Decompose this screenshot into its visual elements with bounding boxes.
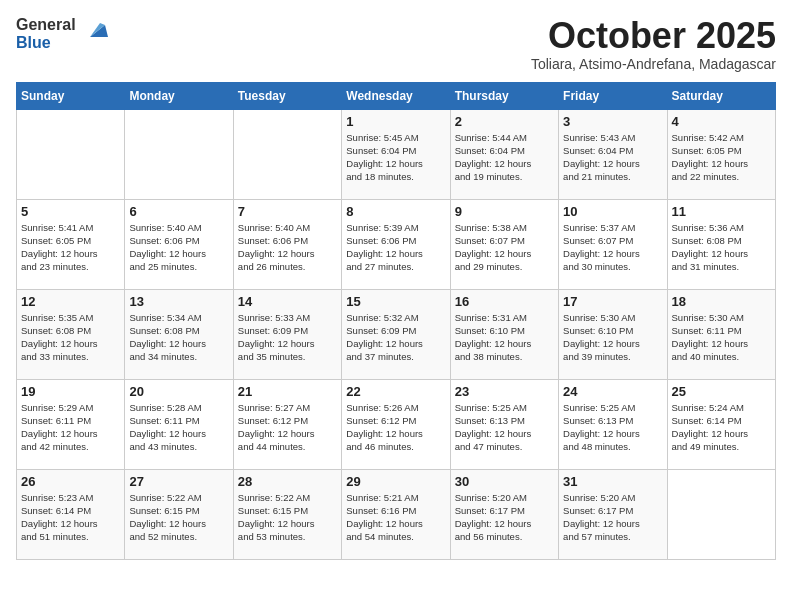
logo-blue: Blue	[16, 34, 76, 52]
day-info: Sunrise: 5:30 AM Sunset: 6:11 PM Dayligh…	[672, 311, 771, 364]
day-number: 18	[672, 294, 771, 309]
calendar-cell: 21Sunrise: 5:27 AM Sunset: 6:12 PM Dayli…	[233, 379, 341, 469]
day-number: 19	[21, 384, 120, 399]
calendar-week-2: 5Sunrise: 5:41 AM Sunset: 6:05 PM Daylig…	[17, 199, 776, 289]
day-number: 3	[563, 114, 662, 129]
day-number: 17	[563, 294, 662, 309]
day-info: Sunrise: 5:25 AM Sunset: 6:13 PM Dayligh…	[563, 401, 662, 454]
day-info: Sunrise: 5:32 AM Sunset: 6:09 PM Dayligh…	[346, 311, 445, 364]
day-number: 4	[672, 114, 771, 129]
day-number: 9	[455, 204, 554, 219]
day-number: 6	[129, 204, 228, 219]
logo-icon	[80, 17, 110, 47]
weekday-header-thursday: Thursday	[450, 82, 558, 109]
day-info: Sunrise: 5:45 AM Sunset: 6:04 PM Dayligh…	[346, 131, 445, 184]
calendar-cell: 25Sunrise: 5:24 AM Sunset: 6:14 PM Dayli…	[667, 379, 775, 469]
calendar-cell: 26Sunrise: 5:23 AM Sunset: 6:14 PM Dayli…	[17, 469, 125, 559]
calendar-cell: 29Sunrise: 5:21 AM Sunset: 6:16 PM Dayli…	[342, 469, 450, 559]
day-number: 15	[346, 294, 445, 309]
day-info: Sunrise: 5:26 AM Sunset: 6:12 PM Dayligh…	[346, 401, 445, 454]
calendar-cell: 10Sunrise: 5:37 AM Sunset: 6:07 PM Dayli…	[559, 199, 667, 289]
day-info: Sunrise: 5:40 AM Sunset: 6:06 PM Dayligh…	[129, 221, 228, 274]
day-number: 24	[563, 384, 662, 399]
day-info: Sunrise: 5:35 AM Sunset: 6:08 PM Dayligh…	[21, 311, 120, 364]
day-info: Sunrise: 5:41 AM Sunset: 6:05 PM Dayligh…	[21, 221, 120, 274]
day-info: Sunrise: 5:30 AM Sunset: 6:10 PM Dayligh…	[563, 311, 662, 364]
day-info: Sunrise: 5:28 AM Sunset: 6:11 PM Dayligh…	[129, 401, 228, 454]
day-info: Sunrise: 5:22 AM Sunset: 6:15 PM Dayligh…	[238, 491, 337, 544]
calendar-cell: 3Sunrise: 5:43 AM Sunset: 6:04 PM Daylig…	[559, 109, 667, 199]
day-info: Sunrise: 5:23 AM Sunset: 6:14 PM Dayligh…	[21, 491, 120, 544]
day-number: 1	[346, 114, 445, 129]
day-info: Sunrise: 5:44 AM Sunset: 6:04 PM Dayligh…	[455, 131, 554, 184]
location-subtitle: Toliara, Atsimo-Andrefana, Madagascar	[531, 56, 776, 72]
day-info: Sunrise: 5:42 AM Sunset: 6:05 PM Dayligh…	[672, 131, 771, 184]
calendar-cell: 28Sunrise: 5:22 AM Sunset: 6:15 PM Dayli…	[233, 469, 341, 559]
day-number: 31	[563, 474, 662, 489]
calendar-cell: 4Sunrise: 5:42 AM Sunset: 6:05 PM Daylig…	[667, 109, 775, 199]
calendar-week-1: 1Sunrise: 5:45 AM Sunset: 6:04 PM Daylig…	[17, 109, 776, 199]
calendar-cell: 16Sunrise: 5:31 AM Sunset: 6:10 PM Dayli…	[450, 289, 558, 379]
day-info: Sunrise: 5:25 AM Sunset: 6:13 PM Dayligh…	[455, 401, 554, 454]
day-number: 8	[346, 204, 445, 219]
day-number: 16	[455, 294, 554, 309]
calendar-cell: 7Sunrise: 5:40 AM Sunset: 6:06 PM Daylig…	[233, 199, 341, 289]
calendar-cell: 12Sunrise: 5:35 AM Sunset: 6:08 PM Dayli…	[17, 289, 125, 379]
day-info: Sunrise: 5:43 AM Sunset: 6:04 PM Dayligh…	[563, 131, 662, 184]
calendar-cell: 9Sunrise: 5:38 AM Sunset: 6:07 PM Daylig…	[450, 199, 558, 289]
calendar-cell	[17, 109, 125, 199]
calendar-cell: 31Sunrise: 5:20 AM Sunset: 6:17 PM Dayli…	[559, 469, 667, 559]
calendar-cell: 18Sunrise: 5:30 AM Sunset: 6:11 PM Dayli…	[667, 289, 775, 379]
logo-general: General	[16, 16, 76, 34]
calendar-cell: 2Sunrise: 5:44 AM Sunset: 6:04 PM Daylig…	[450, 109, 558, 199]
day-info: Sunrise: 5:29 AM Sunset: 6:11 PM Dayligh…	[21, 401, 120, 454]
day-info: Sunrise: 5:31 AM Sunset: 6:10 PM Dayligh…	[455, 311, 554, 364]
weekday-header-saturday: Saturday	[667, 82, 775, 109]
calendar-cell: 23Sunrise: 5:25 AM Sunset: 6:13 PM Dayli…	[450, 379, 558, 469]
day-number: 26	[21, 474, 120, 489]
day-number: 12	[21, 294, 120, 309]
weekday-header-row: SundayMondayTuesdayWednesdayThursdayFrid…	[17, 82, 776, 109]
weekday-header-monday: Monday	[125, 82, 233, 109]
day-info: Sunrise: 5:38 AM Sunset: 6:07 PM Dayligh…	[455, 221, 554, 274]
day-number: 30	[455, 474, 554, 489]
day-number: 5	[21, 204, 120, 219]
day-info: Sunrise: 5:37 AM Sunset: 6:07 PM Dayligh…	[563, 221, 662, 274]
day-number: 22	[346, 384, 445, 399]
day-number: 21	[238, 384, 337, 399]
calendar-week-5: 26Sunrise: 5:23 AM Sunset: 6:14 PM Dayli…	[17, 469, 776, 559]
calendar-cell	[667, 469, 775, 559]
calendar-table: SundayMondayTuesdayWednesdayThursdayFrid…	[16, 82, 776, 560]
weekday-header-tuesday: Tuesday	[233, 82, 341, 109]
calendar-cell: 24Sunrise: 5:25 AM Sunset: 6:13 PM Dayli…	[559, 379, 667, 469]
calendar-week-3: 12Sunrise: 5:35 AM Sunset: 6:08 PM Dayli…	[17, 289, 776, 379]
day-number: 28	[238, 474, 337, 489]
day-info: Sunrise: 5:34 AM Sunset: 6:08 PM Dayligh…	[129, 311, 228, 364]
calendar-cell: 15Sunrise: 5:32 AM Sunset: 6:09 PM Dayli…	[342, 289, 450, 379]
logo: General Blue	[16, 16, 110, 52]
day-info: Sunrise: 5:33 AM Sunset: 6:09 PM Dayligh…	[238, 311, 337, 364]
day-info: Sunrise: 5:20 AM Sunset: 6:17 PM Dayligh…	[455, 491, 554, 544]
title-block: October 2025 Toliara, Atsimo-Andrefana, …	[531, 16, 776, 72]
calendar-week-4: 19Sunrise: 5:29 AM Sunset: 6:11 PM Dayli…	[17, 379, 776, 469]
day-number: 23	[455, 384, 554, 399]
day-number: 20	[129, 384, 228, 399]
weekday-header-sunday: Sunday	[17, 82, 125, 109]
day-info: Sunrise: 5:27 AM Sunset: 6:12 PM Dayligh…	[238, 401, 337, 454]
calendar-cell	[233, 109, 341, 199]
day-number: 13	[129, 294, 228, 309]
calendar-cell: 6Sunrise: 5:40 AM Sunset: 6:06 PM Daylig…	[125, 199, 233, 289]
day-info: Sunrise: 5:36 AM Sunset: 6:08 PM Dayligh…	[672, 221, 771, 274]
calendar-cell: 8Sunrise: 5:39 AM Sunset: 6:06 PM Daylig…	[342, 199, 450, 289]
day-info: Sunrise: 5:22 AM Sunset: 6:15 PM Dayligh…	[129, 491, 228, 544]
day-info: Sunrise: 5:21 AM Sunset: 6:16 PM Dayligh…	[346, 491, 445, 544]
day-info: Sunrise: 5:24 AM Sunset: 6:14 PM Dayligh…	[672, 401, 771, 454]
weekday-header-wednesday: Wednesday	[342, 82, 450, 109]
day-info: Sunrise: 5:20 AM Sunset: 6:17 PM Dayligh…	[563, 491, 662, 544]
calendar-cell: 19Sunrise: 5:29 AM Sunset: 6:11 PM Dayli…	[17, 379, 125, 469]
month-title: October 2025	[531, 16, 776, 56]
calendar-cell: 1Sunrise: 5:45 AM Sunset: 6:04 PM Daylig…	[342, 109, 450, 199]
calendar-cell: 30Sunrise: 5:20 AM Sunset: 6:17 PM Dayli…	[450, 469, 558, 559]
calendar-cell: 22Sunrise: 5:26 AM Sunset: 6:12 PM Dayli…	[342, 379, 450, 469]
day-number: 2	[455, 114, 554, 129]
